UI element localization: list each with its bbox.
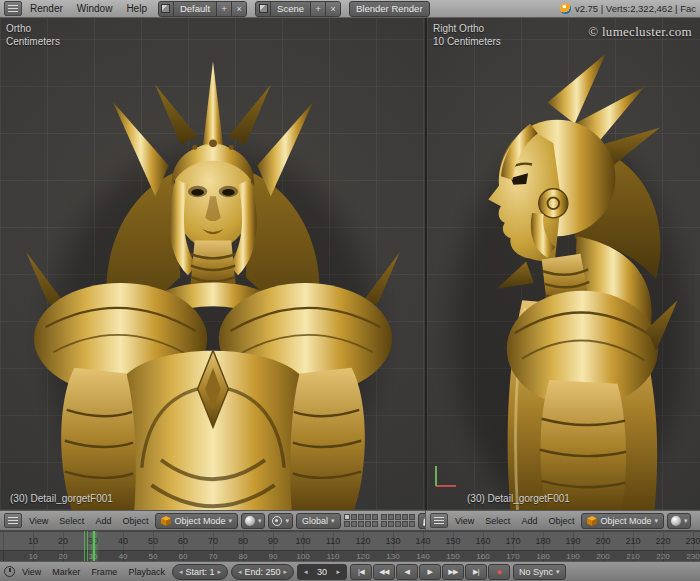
play-button[interactable]: ▶ — [419, 564, 441, 580]
browse-scenes-icon[interactable] — [256, 2, 271, 16]
layer-toggle-2[interactable] — [351, 514, 357, 520]
timeline-frame-ruler[interactable]: 1020304050607080901001101201301401501601… — [0, 531, 700, 551]
frame-tick-230: 230 — [685, 536, 700, 546]
layer-toggle-20[interactable] — [409, 521, 415, 527]
menu-playback[interactable]: Playback — [124, 567, 169, 577]
layer-toggle-16[interactable] — [381, 521, 387, 527]
playback-controls: |◀ ◀◀ ◀ ▶ ▶▶ ▶| ● — [350, 564, 510, 580]
add-scene-button[interactable]: + — [310, 2, 325, 16]
menu-frame[interactable]: Frame — [87, 567, 121, 577]
browse-layouts-icon[interactable] — [159, 2, 174, 16]
increment-arrow[interactable]: ▸ — [284, 568, 288, 576]
watermark-text: © lumecluster.com — [588, 24, 692, 40]
menu-object[interactable]: Object — [118, 516, 152, 526]
layer-toggle-5[interactable] — [372, 514, 378, 520]
play-reverse-button[interactable]: ◀ — [396, 564, 418, 580]
layer-toggle-17[interactable] — [388, 521, 394, 527]
transform-orientation-select[interactable]: Global ▾ — [296, 513, 341, 529]
next-keyframe-button[interactable]: ▶▶ — [442, 564, 464, 580]
increment-arrow[interactable]: ▸ — [217, 568, 221, 576]
menu-select[interactable]: Select — [481, 516, 514, 526]
frame-tick-130: 130 — [386, 552, 399, 561]
layer-toggle-12[interactable] — [388, 514, 394, 520]
frame-tick-40: 40 — [119, 552, 128, 561]
frame-tick-70: 70 — [209, 552, 218, 561]
viewport-side[interactable]: Right Ortho 10 Centimeters © lumecluster… — [425, 18, 700, 510]
viewport-shading-select[interactable]: ▾ — [241, 513, 266, 529]
mode-select[interactable]: Object Mode ▾ — [155, 513, 238, 529]
sync-mode-value: No Sync — [519, 567, 553, 577]
render-engine-select[interactable]: Blender Render — [349, 1, 430, 17]
menu-add[interactable]: Add — [91, 516, 115, 526]
editor-type-button[interactable] — [4, 1, 22, 16]
menu-add[interactable]: Add — [517, 516, 541, 526]
active-object-label: (30) Detail_gorgetF001 — [467, 493, 570, 504]
frame-tick-50: 50 — [148, 536, 158, 546]
mode-select[interactable]: Object Mode ▾ — [581, 513, 664, 529]
start-frame-field[interactable]: ◂ Start: 1 ▸ — [172, 564, 228, 580]
timeline-sub-ruler[interactable]: 1020304050607080901001101201301401501601… — [0, 550, 700, 561]
layer-toggle-11[interactable] — [381, 514, 387, 520]
record-button[interactable]: ● — [488, 564, 510, 580]
orientation-value: Global — [302, 516, 328, 526]
layers-widget — [344, 514, 415, 527]
viewport-shading-select[interactable]: ▾ — [667, 513, 692, 529]
menu-select[interactable]: Select — [55, 516, 88, 526]
viewport-front[interactable]: Ortho Centimeters (30) Detail_gorgetF001 — [0, 18, 425, 510]
cube-icon — [587, 516, 597, 526]
scene-selector[interactable]: Scene + × — [255, 1, 341, 17]
layer-toggle-10[interactable] — [372, 521, 378, 527]
timeline-ruler[interactable]: 1020304050607080901001101201301401501601… — [0, 531, 700, 561]
screen-layout-selector[interactable]: Default + × — [158, 1, 247, 17]
decrement-arrow[interactable]: ◂ — [304, 568, 308, 576]
layer-toggle-7[interactable] — [351, 521, 357, 527]
layer-toggle-14[interactable] — [402, 514, 408, 520]
editor-type-button[interactable] — [4, 513, 22, 528]
menu-view[interactable]: View — [451, 516, 478, 526]
frame-tick-130: 130 — [385, 536, 400, 546]
frame-tick-150: 150 — [445, 536, 460, 546]
layer-toggle-18[interactable] — [395, 521, 401, 527]
layer-toggle-8[interactable] — [358, 521, 364, 527]
screen-layout-value[interactable]: Default — [174, 3, 216, 14]
close-scene-button[interactable]: × — [325, 2, 340, 16]
layer-toggle-15[interactable] — [409, 514, 415, 520]
decrement-arrow[interactable]: ◂ — [179, 568, 183, 576]
layer-toggle-19[interactable] — [402, 521, 408, 527]
menu-view[interactable]: View — [18, 567, 45, 577]
menu-render[interactable]: Render — [24, 3, 69, 14]
menu-object[interactable]: Object — [544, 516, 578, 526]
layer-toggle-13[interactable] — [395, 514, 401, 520]
blender-window: Render Window Help Default + × Scene + ×… — [0, 0, 700, 581]
snap-magnet-button[interactable]: ▾ — [418, 513, 425, 529]
layer-toggle-3[interactable] — [358, 514, 364, 520]
start-frame-value: Start: 1 — [185, 567, 214, 577]
menu-marker[interactable]: Marker — [48, 567, 84, 577]
jump-to-end-button[interactable]: ▶| — [465, 564, 487, 580]
layer-toggle-9[interactable] — [365, 521, 371, 527]
menu-help[interactable]: Help — [120, 3, 153, 14]
blender-logo-icon — [560, 3, 571, 14]
decrement-arrow[interactable]: ◂ — [238, 568, 242, 576]
increment-arrow[interactable]: ▸ — [337, 568, 341, 576]
scene-value[interactable]: Scene — [271, 3, 310, 14]
menu-window[interactable]: Window — [71, 3, 119, 14]
chevron-down-icon: ▾ — [228, 517, 232, 525]
layer-toggle-4[interactable] — [365, 514, 371, 520]
pivot-point-select[interactable]: ▾ — [268, 513, 293, 529]
current-frame-field[interactable]: ◂ 30 ▸ — [297, 564, 347, 580]
frame-tick-10: 10 — [28, 536, 38, 546]
frame-tick-70: 70 — [208, 536, 218, 546]
close-layout-button[interactable]: × — [231, 2, 246, 16]
frame-tick-200: 200 — [596, 552, 609, 561]
frame-tick-210: 210 — [626, 552, 639, 561]
jump-to-start-button[interactable]: |◀ — [350, 564, 372, 580]
sync-mode-select[interactable]: No Sync ▾ — [513, 564, 566, 580]
layer-toggle-6[interactable] — [344, 521, 350, 527]
editor-type-button[interactable] — [430, 513, 448, 528]
add-layout-button[interactable]: + — [216, 2, 231, 16]
menu-view[interactable]: View — [25, 516, 52, 526]
layer-toggle-1[interactable] — [344, 514, 350, 520]
end-frame-field[interactable]: ◂ End: 250 ▸ — [231, 564, 294, 580]
prev-keyframe-button[interactable]: ◀◀ — [373, 564, 395, 580]
